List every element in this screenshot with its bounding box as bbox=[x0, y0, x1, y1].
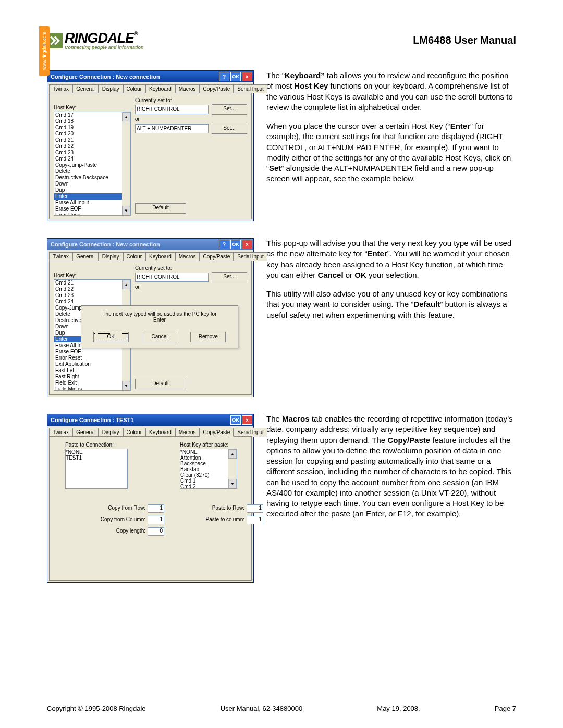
set-button-2[interactable]: Set... bbox=[212, 124, 247, 134]
list-item[interactable]: Cmd 19 bbox=[54, 125, 130, 131]
scroll-up-icon[interactable]: ▲ bbox=[122, 112, 130, 121]
help-button[interactable]: ? bbox=[219, 72, 229, 81]
list-item[interactable]: Cmd 17 bbox=[54, 112, 130, 118]
list-item[interactable]: Fast Left bbox=[54, 367, 130, 374]
label-copy-len: Copy length: bbox=[116, 528, 145, 534]
field-copy-row[interactable]: 1 bbox=[148, 504, 164, 513]
field-copy-len[interactable]: 0 bbox=[148, 527, 164, 536]
list-item[interactable]: Down bbox=[54, 181, 130, 187]
tab-twinax[interactable]: Twinax bbox=[49, 252, 72, 261]
list-item[interactable]: Cmd 22 bbox=[54, 286, 130, 292]
ok-titlebar-button[interactable]: OK bbox=[230, 415, 241, 425]
tab-serialinput[interactable]: Serial Input bbox=[234, 252, 267, 261]
field-primary-key[interactable]: RIGHT CONTROL bbox=[135, 105, 209, 114]
list-item[interactable]: Cmd 22 bbox=[54, 143, 130, 150]
close-button[interactable]: × bbox=[242, 415, 252, 425]
list-item[interactable]: Erase All Input bbox=[54, 200, 130, 206]
list-item[interactable]: Cmd 20 bbox=[54, 131, 130, 137]
list-item[interactable]: Destructive Backspace bbox=[54, 175, 130, 181]
tab-macros[interactable]: Macros bbox=[175, 84, 200, 93]
list-item[interactable]: Field Minus bbox=[54, 386, 130, 391]
label-key-after: Host Key after paste: bbox=[180, 442, 237, 448]
list-item[interactable]: Erase EOF bbox=[54, 206, 130, 212]
tab-colour[interactable]: Colour bbox=[123, 428, 145, 437]
set-button-1[interactable]: Set... bbox=[212, 272, 247, 282]
list-item[interactable]: Exit Application bbox=[54, 361, 130, 367]
tab-keyboard[interactable]: Keyboard bbox=[145, 84, 175, 93]
logo: RINGDALE® Connecting people and informat… bbox=[47, 31, 144, 50]
key-after-listbox[interactable]: *NONEAttentionBackspaceBacktabClear (327… bbox=[180, 449, 237, 489]
side-tab: www.ringdale.com bbox=[39, 26, 50, 76]
tab-copypaste[interactable]: Copy/Paste bbox=[200, 84, 234, 93]
set-button-1[interactable]: Set... bbox=[212, 104, 247, 115]
help-button[interactable]: ? bbox=[219, 240, 229, 249]
ok-titlebar-button[interactable]: OK bbox=[230, 240, 241, 249]
list-item[interactable]: Cmd 24 bbox=[54, 299, 130, 305]
tab-keyboard[interactable]: Keyboard bbox=[145, 252, 175, 261]
tab-keyboard[interactable]: Keyboard bbox=[145, 428, 175, 437]
close-button[interactable]: × bbox=[242, 240, 252, 249]
popup-cancel-button[interactable]: Cancel bbox=[142, 332, 177, 342]
page-title: LM6488 User Manual bbox=[413, 34, 516, 46]
field-paste-row[interactable]: 1 bbox=[247, 504, 263, 513]
tab-twinax[interactable]: Twinax bbox=[49, 84, 72, 93]
tab-display[interactable]: Display bbox=[99, 84, 123, 93]
label-paste-col: Paste to column: bbox=[206, 516, 244, 522]
list-item[interactable]: Fast Right bbox=[54, 374, 130, 380]
list-item[interactable]: TEST1 bbox=[66, 455, 127, 461]
tab-colour[interactable]: Colour bbox=[123, 84, 145, 93]
titlebar-inactive: Configure Connection : New connection ? … bbox=[47, 239, 253, 250]
label-copy-col: Copy from Column: bbox=[101, 516, 145, 522]
field-alt-key[interactable]: ALT + NUMPADENTER bbox=[135, 124, 209, 133]
list-item[interactable]: Field Exit bbox=[54, 380, 130, 386]
hostkey-listbox[interactable]: Cmd 17Cmd 18Cmd 19Cmd 20Cmd 21Cmd 22Cmd … bbox=[54, 112, 131, 216]
tab-general[interactable]: General bbox=[72, 428, 99, 437]
default-button[interactable]: Default bbox=[135, 379, 186, 389]
field-primary-key[interactable]: RIGHT CONTROL bbox=[135, 273, 209, 282]
field-copy-col[interactable]: 1 bbox=[148, 516, 164, 524]
label-or: or bbox=[135, 116, 247, 122]
list-item[interactable]: Copy-Jump-Paste bbox=[54, 162, 130, 168]
scroll-down-icon[interactable]: ▼ bbox=[228, 479, 237, 488]
list-item[interactable]: Error Reset bbox=[54, 355, 130, 361]
list-item[interactable]: Cmd 23 bbox=[54, 292, 130, 299]
list-item[interactable]: Dup bbox=[54, 187, 130, 193]
page: www.ringdale.com RINGDALE® Connecting pe… bbox=[0, 0, 563, 728]
ok-titlebar-button[interactable]: OK bbox=[230, 72, 241, 81]
list-item[interactable]: Enter bbox=[54, 193, 130, 200]
list-item[interactable]: Error Reset bbox=[54, 212, 130, 216]
list-item[interactable]: Cmd 21 bbox=[54, 280, 130, 286]
tab-serialinput[interactable]: Serial Input bbox=[234, 84, 267, 93]
tab-copypaste[interactable]: Copy/Paste bbox=[200, 428, 234, 437]
tab-twinax[interactable]: Twinax bbox=[49, 428, 72, 437]
tab-macros[interactable]: Macros bbox=[175, 428, 200, 437]
list-item[interactable]: Cmd 18 bbox=[54, 118, 130, 125]
field-paste-col[interactable]: 1 bbox=[247, 516, 263, 524]
list-item[interactable]: Cmd 23 bbox=[54, 150, 130, 156]
tab-colour[interactable]: Colour bbox=[123, 252, 145, 261]
scrollbar[interactable]: ▲▼ bbox=[122, 112, 130, 215]
list-item[interactable]: Erase EOF bbox=[54, 349, 130, 355]
tab-display[interactable]: Display bbox=[99, 428, 123, 437]
tab-display[interactable]: Display bbox=[99, 252, 123, 261]
paste-listbox[interactable]: *NONETEST1 bbox=[65, 449, 128, 489]
scroll-down-icon[interactable]: ▼ bbox=[122, 381, 130, 390]
scroll-up-icon[interactable]: ▲ bbox=[228, 449, 237, 459]
tab-copypaste[interactable]: Copy/Paste bbox=[200, 252, 234, 261]
popup-remove-button[interactable]: Remove bbox=[190, 332, 226, 342]
tab-serialinput[interactable]: Serial Input bbox=[234, 428, 267, 437]
tab-general[interactable]: General bbox=[72, 252, 99, 261]
scroll-up-icon[interactable]: ▲ bbox=[122, 280, 130, 289]
popup-ok-button[interactable]: OK bbox=[93, 332, 129, 342]
close-button[interactable]: × bbox=[242, 72, 252, 81]
tab-general[interactable]: General bbox=[72, 84, 99, 93]
default-button[interactable]: Default bbox=[135, 203, 186, 214]
list-item[interactable]: Cmd 24 bbox=[54, 156, 130, 162]
scrollbar[interactable]: ▲▼ bbox=[228, 449, 237, 488]
list-item[interactable]: Delete bbox=[54, 168, 130, 175]
scroll-down-icon[interactable]: ▼ bbox=[122, 206, 130, 215]
footer-page: Page 7 bbox=[495, 705, 516, 712]
list-item[interactable]: *NONE bbox=[66, 449, 127, 455]
tab-macros[interactable]: Macros bbox=[175, 252, 200, 261]
list-item[interactable]: Cmd 21 bbox=[54, 137, 130, 143]
